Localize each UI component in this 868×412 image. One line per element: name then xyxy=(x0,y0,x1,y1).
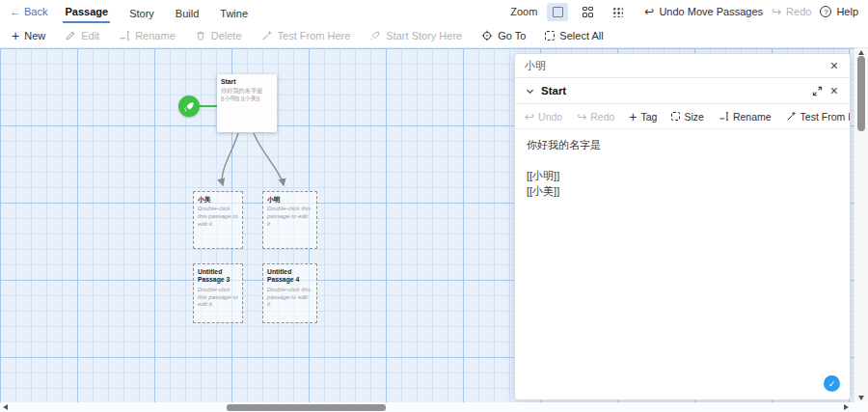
passage-title: 小美 xyxy=(198,196,238,204)
tab-build[interactable]: Build xyxy=(174,3,201,23)
passage-excerpt: Double-click this passage to edit it. xyxy=(198,286,238,308)
undo-icon: ↩ xyxy=(525,111,534,123)
select-all-icon xyxy=(545,31,555,41)
zoom-grid-icon xyxy=(583,7,593,17)
select-all-button[interactable]: Select All xyxy=(545,30,603,41)
plus-icon: + xyxy=(629,110,637,124)
tab-twine[interactable]: Twine xyxy=(218,3,250,23)
editor-body: 你好我的名字是 [[小明]] [[小美]] ✓ xyxy=(515,129,850,399)
passage-excerpt: Double-click this passage to edit it. xyxy=(267,205,312,227)
wand-icon xyxy=(261,30,273,41)
rename-icon xyxy=(119,30,130,41)
zoom-50-button[interactable] xyxy=(577,3,598,21)
passage-node-xiaoming[interactable]: 小明 Double-click this passage to edit it. xyxy=(262,191,317,249)
passage-node-untitled-3[interactable]: Untitled Passage 3 Double-click this pas… xyxy=(193,263,243,323)
go-to-button[interactable]: Go To xyxy=(481,30,526,41)
scrollbar-corner xyxy=(854,402,868,412)
back-label: Back xyxy=(24,6,47,17)
horizontal-scrollbar xyxy=(0,402,854,412)
size-button[interactable]: Size xyxy=(671,111,703,123)
scroll-up-arrow[interactable] xyxy=(858,50,864,55)
passage-title: 小明 xyxy=(267,196,312,204)
passage-excerpt: Double-click this passage to edit it. xyxy=(198,205,238,227)
trash-icon xyxy=(195,30,206,41)
close-icon[interactable]: × xyxy=(828,59,840,72)
redo-icon: ↪ xyxy=(772,6,781,17)
scroll-right-arrow[interactable] xyxy=(844,404,849,410)
start-connector-line xyxy=(199,105,218,107)
passage-node-xiaomei[interactable]: 小美 Double-click this passage to edit it. xyxy=(193,191,243,249)
tab-passage[interactable]: Passage xyxy=(63,1,110,23)
edit-button[interactable]: Edit xyxy=(65,30,99,41)
new-passage-button[interactable]: + New xyxy=(12,29,45,42)
pencil-icon xyxy=(65,30,76,41)
close-icon[interactable]: × xyxy=(828,84,840,97)
help-button[interactable]: ? Help xyxy=(820,6,858,17)
zoom-full-icon xyxy=(553,7,563,17)
editor-toolbar: ↩ Undo ↪ Redo + Tag Size Rename Test Fro… xyxy=(515,104,850,129)
collapsed-editor-xiaoming[interactable]: 小明 × xyxy=(515,54,850,78)
check-badge-icon: ✓ xyxy=(824,375,840,392)
redo-button[interactable]: ↪ Redo xyxy=(772,6,811,17)
editor-redo-button[interactable]: ↪ Redo xyxy=(577,111,614,123)
passage-title: Untitled Passage 4 xyxy=(267,268,312,285)
passage-excerpt: 你好我的名字是 [[小明]] [[小美]] xyxy=(221,87,273,102)
test-from-here-button[interactable]: Test From Here xyxy=(261,30,351,41)
passage-excerpt: Double-click this passage to edit it. xyxy=(267,286,312,308)
maximize-icon[interactable] xyxy=(812,86,823,96)
passage-node-start[interactable]: Start 你好我的名字是 [[小明]] [[小美]] xyxy=(217,74,277,132)
start-story-here-button[interactable]: Start Story Here xyxy=(369,30,462,41)
start-passage-badge xyxy=(178,96,200,117)
editor-header: Start × xyxy=(515,78,850,104)
top-bar: ← Back Passage Story Build Twine Zoom ↩ … xyxy=(0,0,868,23)
plus-icon: + xyxy=(12,29,19,42)
rocket-small-icon xyxy=(369,30,381,41)
vertical-scrollbar-thumb[interactable] xyxy=(857,56,865,131)
editor-rename-button[interactable]: Rename xyxy=(719,111,772,123)
scroll-left-arrow[interactable] xyxy=(3,404,8,410)
back-button[interactable]: ← Back xyxy=(10,6,47,17)
redo-icon: ↪ xyxy=(577,111,586,123)
main-tabs: Passage Story Build Twine xyxy=(63,0,250,23)
help-icon: ? xyxy=(820,6,831,17)
passage-title: Start xyxy=(221,78,273,86)
vertical-scrollbar xyxy=(854,48,868,402)
passage-title: Untitled Passage 3 xyxy=(198,268,238,285)
collapsed-editor-title: 小明 xyxy=(525,59,828,73)
target-icon xyxy=(481,30,493,41)
tab-story[interactable]: Story xyxy=(127,3,156,23)
rocket-icon xyxy=(183,100,196,113)
passage-editor-panel: 小明 × Start × ↩ Undo ↪ Redo + Tag Size xyxy=(514,53,851,400)
rename-icon xyxy=(719,111,729,122)
passage-node-untitled-4[interactable]: Untitled Passage 4 Double-click this pas… xyxy=(262,263,317,323)
add-tag-button[interactable]: + Tag xyxy=(629,110,657,124)
zoom-25-button[interactable] xyxy=(607,3,628,21)
undo-move-passages-button[interactable]: ↩ Undo Move Passages xyxy=(644,6,763,17)
zoom-dots-icon xyxy=(611,6,623,17)
editor-title: Start xyxy=(541,85,806,96)
horizontal-scrollbar-thumb[interactable] xyxy=(227,404,386,411)
editor-undo-button[interactable]: ↩ Undo xyxy=(525,111,562,123)
passage-toolbar: + New Edit Rename Delete Test From Here … xyxy=(0,23,868,48)
delete-button[interactable]: Delete xyxy=(195,30,242,41)
back-arrow-icon: ← xyxy=(10,6,20,17)
zoom-100-button[interactable] xyxy=(547,3,568,21)
passage-text-input[interactable]: 你好我的名字是 [[小明]] [[小美]] xyxy=(515,129,850,399)
wand-icon xyxy=(786,111,797,122)
scroll-down-arrow[interactable] xyxy=(858,396,864,400)
editor-test-from-here-button[interactable]: Test From Here xyxy=(786,111,851,123)
zoom-label: Zoom xyxy=(510,6,537,17)
chevron-down-icon[interactable] xyxy=(525,86,535,96)
size-icon xyxy=(671,112,680,121)
undo-icon: ↩ xyxy=(644,6,654,17)
rename-button[interactable]: Rename xyxy=(119,30,176,41)
